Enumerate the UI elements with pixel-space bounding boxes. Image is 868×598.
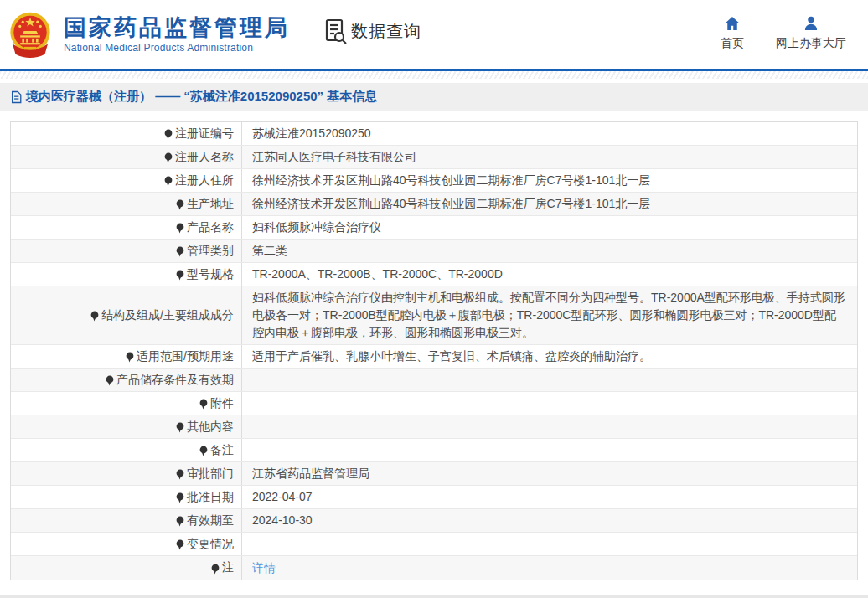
site-title: 国家药品监督管理局 xyxy=(64,15,290,40)
row-label: 备注 xyxy=(11,439,242,461)
row-value-text: 2024-10-30 xyxy=(252,512,313,529)
row-value-text: 第二类 xyxy=(252,242,287,260)
row-label-text: 产品储存条件及有效期 xyxy=(116,373,234,388)
row-label-text: 备注 xyxy=(210,443,234,458)
row-label-text: 管理类别 xyxy=(187,244,234,259)
note-icon xyxy=(90,311,99,322)
row-label: 型号规格 xyxy=(11,263,242,286)
row-label: 注册人住所 xyxy=(11,169,242,192)
nav-home[interactable]: 首页 xyxy=(721,15,744,51)
table-row: 审批部门 江苏省药品监督管理局 xyxy=(11,462,857,486)
row-value-text: 2022-04-07 xyxy=(252,488,313,506)
row-value xyxy=(242,533,857,555)
header-nav: 首页 网上办事大厅 xyxy=(721,15,846,51)
page: 国家药品监督管理局 National Medical Products Admi… xyxy=(0,0,868,595)
row-value: 妇科低频脉冲综合治疗仪 xyxy=(242,216,857,239)
document-search-icon xyxy=(325,18,348,44)
note-icon xyxy=(176,469,184,480)
note-icon xyxy=(176,199,184,210)
row-label: 产品储存条件及有效期 xyxy=(11,369,242,391)
row-value: 适用于产后催乳、乳腺小叶增生、子宫复旧、术后镇痛、盆腔炎的辅助治疗。 xyxy=(242,345,857,368)
table-row: 产品储存条件及有效期 xyxy=(11,369,857,392)
row-value-text: 徐州经济技术开发区荆山路40号科技创业园二期标准厂房C7号楼1-101北一层 xyxy=(252,172,650,189)
table-row: 适用范围/预期用途 适用于产后催乳、乳腺小叶增生、子宫复旧、术后镇痛、盆腔炎的辅… xyxy=(11,345,857,369)
note-icon xyxy=(164,176,173,187)
note-icon xyxy=(106,375,114,386)
row-label: 有效期至 xyxy=(11,509,242,532)
note-icon xyxy=(199,446,208,456)
row-value: 妇科低频脉冲综合治疗仪由控制主机和电极组成。按配置不同分为四种型号。TR-200… xyxy=(242,286,857,344)
row-label-text: 注 xyxy=(222,560,234,575)
note-icon xyxy=(164,129,173,140)
row-value-text: 妇科低频脉冲综合治疗仪 xyxy=(252,219,381,236)
row-label-text: 产品名称 xyxy=(187,220,234,235)
table-row: 注册人名称 江苏同人医疗电子科技有限公司 xyxy=(11,146,857,169)
table-row: 附件 xyxy=(11,392,857,415)
row-label-text: 有效期至 xyxy=(187,513,234,528)
page-title: 境内医疗器械（注册） —— “苏械注准20152090250” 基本信息 xyxy=(26,89,377,105)
row-label-text: 结构及组成/主要组成成分 xyxy=(101,308,234,323)
row-value: TR-2000A、TR-2000B、TR-2000C、TR-2000D xyxy=(242,263,857,286)
row-label-text: 注册人名称 xyxy=(175,150,234,165)
row-label-text: 审批部门 xyxy=(187,467,234,482)
table-row: 生产地址 徐州经济技术开发区荆山路40号科技创业园二期标准厂房C7号楼1-101… xyxy=(11,193,857,216)
row-label: 批准日期 xyxy=(11,486,242,508)
row-label-text: 变更情况 xyxy=(187,537,234,552)
row-label: 注册人名称 xyxy=(11,146,242,168)
row-value: 详情 xyxy=(242,556,857,580)
row-value-text: TR-2000A、TR-2000B、TR-2000C、TR-2000D xyxy=(252,265,503,283)
note-icon xyxy=(176,492,184,503)
row-value: 2022-04-07 xyxy=(242,486,857,508)
note-icon xyxy=(176,270,184,281)
table-row: 型号规格 TR-2000A、TR-2000B、TR-2000C、TR-2000D xyxy=(11,263,857,286)
row-label-text: 生产地址 xyxy=(187,197,234,212)
row-label: 变更情况 xyxy=(11,533,242,555)
row-label: 结构及组成/主要组成成分 xyxy=(11,286,242,344)
row-label: 审批部门 xyxy=(11,462,242,485)
table-row: 有效期至 2024-10-30 xyxy=(11,509,857,533)
row-value xyxy=(242,392,857,415)
row-value-text: 妇科低频脉冲综合治疗仪由控制主机和电极组成。按配置不同分为四种型号。TR-200… xyxy=(252,289,847,342)
row-value-text: 徐州经济技术开发区荆山路40号科技创业园二期标准厂房C7号楼1-101北一层 xyxy=(252,195,650,213)
row-label: 附件 xyxy=(11,392,242,415)
registration-info-table: 注册证编号 苏械注准20152090250 注册人名称 xyxy=(10,121,858,580)
note-icon xyxy=(176,539,184,550)
table-row: 批准日期 2022-04-07 xyxy=(11,486,857,509)
note-icon xyxy=(164,152,173,163)
row-label-text: 批准日期 xyxy=(187,490,234,505)
row-label: 适用范围/预期用途 xyxy=(11,345,242,368)
row-label-text: 注册人住所 xyxy=(175,173,234,188)
user-icon xyxy=(803,15,819,32)
note-icon xyxy=(176,223,184,234)
row-value xyxy=(242,415,857,438)
row-label-text: 适用范围/预期用途 xyxy=(137,349,234,364)
row-label-text: 型号规格 xyxy=(187,267,234,282)
row-label: 产品名称 xyxy=(11,216,242,239)
national-emblem-logo xyxy=(7,10,54,59)
row-label-text: 注册证编号 xyxy=(175,126,234,142)
row-value-text: 江苏省药品监督管理局 xyxy=(252,465,369,482)
note-icon xyxy=(176,516,184,527)
row-value: 江苏省药品监督管理局 xyxy=(242,462,857,485)
file-icon xyxy=(11,90,22,104)
row-label-text: 附件 xyxy=(210,396,234,411)
table-row: 结构及组成/主要组成成分 妇科低频脉冲综合治疗仪由控制主机和电极组成。按配置不同… xyxy=(11,286,857,345)
row-value: 苏械注准20152090250 xyxy=(242,122,857,145)
nav-service-hall[interactable]: 网上办事大厅 xyxy=(776,15,846,51)
home-icon xyxy=(724,15,741,32)
row-label: 管理类别 xyxy=(11,240,242,262)
table-row: 产品名称 妇科低频脉冲综合治疗仪 xyxy=(11,216,857,240)
site-subtitle: National Medical Products Administration xyxy=(64,42,290,54)
row-value: 徐州经济技术开发区荆山路40号科技创业园二期标准厂房C7号楼1-101北一层 xyxy=(242,193,857,215)
row-value-text: 适用于产后催乳、乳腺小叶增生、子宫复旧、术后镇痛、盆腔炎的辅助治疗。 xyxy=(252,348,651,365)
details-link[interactable]: 详情 xyxy=(252,559,276,577)
row-label: 注册证编号 xyxy=(11,122,242,145)
row-value-text: 苏械注准20152090250 xyxy=(252,125,371,142)
row-value: 江苏同人医疗电子科技有限公司 xyxy=(242,146,857,168)
row-value: 2024-10-30 xyxy=(242,509,857,532)
table-row: 注 详情 xyxy=(11,556,857,580)
row-value: 徐州经济技术开发区荆山路40号科技创业园二期标准厂房C7号楼1-101北一层 xyxy=(242,169,857,192)
data-query-section[interactable]: 数据查询 xyxy=(325,18,421,44)
row-label: 生产地址 xyxy=(11,193,242,215)
row-value xyxy=(242,439,857,461)
